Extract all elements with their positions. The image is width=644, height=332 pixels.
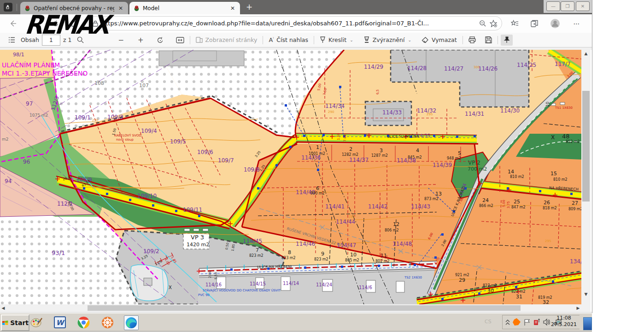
- tab-actions-button[interactable]: [4, 3, 12, 12]
- minimize-button[interactable]: —: [546, 1, 560, 11]
- start-button[interactable]: Start: [1, 314, 29, 331]
- new-tab-button[interactable]: +: [244, 3, 255, 12]
- tray-clock[interactable]: 11:08 27.5.2021: [549, 315, 579, 328]
- avast-tray-icon[interactable]: [512, 318, 521, 326]
- map-label: 114/43: [411, 203, 430, 210]
- scroll-down-arrow[interactable]: ▼: [581, 290, 591, 298]
- read-aloud-button[interactable]: A⁾ Číst nahlas: [266, 35, 311, 46]
- map-label: 1282 m2: [342, 153, 358, 157]
- address-bar[interactable]: https://www.petrovuprahy.cz/e_download.p…: [88, 16, 502, 30]
- map-label: 806 m2: [385, 228, 399, 232]
- page-view-button[interactable]: Zobrazení stránky: [193, 35, 260, 46]
- map-label: 48: [562, 133, 570, 140]
- word-app-button[interactable]: W: [53, 315, 67, 329]
- profile-button[interactable]: [550, 18, 561, 29]
- zoom-in-button[interactable]: +: [135, 35, 146, 46]
- toc-button[interactable]: [6, 35, 18, 46]
- scroll-left-arrow[interactable]: ◀: [0, 304, 6, 312]
- map-label: 819 m2: [538, 296, 552, 300]
- zoom-page-icon[interactable]: [479, 20, 486, 27]
- chevron-down-icon[interactable]: ⌄: [350, 38, 353, 42]
- tab-close-icon[interactable]: ✕: [229, 5, 236, 12]
- map-label: PVC 90: [198, 293, 210, 297]
- favorites-button[interactable]: [509, 18, 520, 29]
- draw-pen-icon: [320, 36, 326, 43]
- erase-button[interactable]: Vymazat: [419, 35, 460, 46]
- edge-app-button[interactable]: [124, 315, 139, 330]
- wheel-app-button[interactable]: [100, 315, 114, 329]
- map-label: 822 m2: [511, 290, 526, 294]
- save-button[interactable]: [482, 35, 495, 46]
- map-label: 3.75: [385, 255, 388, 262]
- profile-avatar: [550, 18, 560, 29]
- remax-watermark: REMAX: [24, 10, 110, 40]
- map-label: 3.75: [507, 201, 510, 208]
- map-label: 114/25: [517, 62, 536, 68]
- rotate-button[interactable]: [154, 35, 167, 46]
- map-label: 7.00: [343, 134, 347, 142]
- map-label: 96: [23, 159, 30, 165]
- tab-close-icon[interactable]: ✕: [117, 5, 124, 12]
- print-button[interactable]: [466, 35, 479, 46]
- language-indicator[interactable]: CS: [485, 319, 492, 325]
- map-label: 300: [474, 65, 480, 69]
- map-label: 810 m2: [553, 178, 568, 182]
- show-desktop-button[interactable]: [583, 317, 592, 330]
- fit-width-button[interactable]: [173, 35, 187, 46]
- clock-time: 11:08: [549, 315, 579, 321]
- close-button[interactable]: ✕: [576, 1, 590, 11]
- scroll-up-arrow[interactable]: ▲: [581, 50, 591, 57]
- tab-model[interactable]: Model ✕: [129, 2, 240, 14]
- horizontal-scrollbar[interactable]: ◀ ▶: [0, 304, 581, 312]
- ship-wheel-icon: [101, 316, 114, 329]
- rotate-icon: [157, 36, 164, 44]
- map-label: 1.50: [337, 133, 340, 140]
- map-label: 27: [572, 200, 578, 206]
- zoom-out-button[interactable]: −: [115, 35, 127, 46]
- hidden-icons-chevron[interactable]: [505, 320, 510, 325]
- map-label: 2.00: [208, 271, 212, 278]
- scroll-right-arrow[interactable]: ▶: [575, 304, 581, 312]
- map-label: 1420 m2: [187, 242, 209, 248]
- vertical-scroll-thumb[interactable]: [582, 91, 590, 202]
- map-label: 948 m2: [447, 156, 461, 160]
- highlighter-icon: [363, 36, 370, 43]
- map-label: m2: [2, 137, 9, 142]
- collections-button[interactable]: [529, 18, 540, 29]
- zoning-map-document[interactable]: 98/1971075 m2m29694112/3112/193/1109/110…: [0, 50, 581, 304]
- map-label: 7: [256, 247, 259, 253]
- map-label: 823 m2: [281, 256, 296, 260]
- map-label: 818 m2: [543, 206, 557, 210]
- site-favicon: [133, 5, 140, 12]
- chrome-app-button[interactable]: [76, 315, 90, 329]
- restore-button[interactable]: ❐: [561, 1, 574, 11]
- map-label: 5.50: [214, 272, 218, 279]
- map-label: 809 m2: [568, 207, 581, 211]
- pin-icon: [503, 36, 510, 43]
- update-tray-icon[interactable]: [533, 318, 541, 326]
- pin-toolbar-button[interactable]: [501, 35, 513, 46]
- map-label: 114/16: [205, 282, 222, 287]
- more-menu-button[interactable]: ⋯: [571, 18, 582, 29]
- map-label: 990 m2: [310, 191, 325, 196]
- vertical-scrollbar[interactable]: ▲ ▼: [581, 50, 591, 304]
- map-label: VP 3: [191, 234, 204, 241]
- action-center-flag-icon[interactable]: [523, 319, 531, 326]
- url-text[interactable]: https://www.petrovuprahy.cz/e_download.p…: [102, 20, 475, 27]
- chevron-down-icon[interactable]: ⌄: [408, 38, 411, 42]
- draw-button[interactable]: Kreslit ⌄: [317, 35, 356, 46]
- save-icon: [485, 36, 492, 43]
- add-favorite-icon[interactable]: [490, 20, 497, 27]
- map-label: 10: [350, 252, 357, 258]
- horizontal-scroll-thumb[interactable]: [88, 305, 521, 311]
- word-icon: W: [54, 316, 66, 328]
- map-label: 109/1: [75, 114, 91, 121]
- back-button[interactable]: [7, 18, 18, 29]
- map-label: 108: [94, 80, 104, 86]
- highlight-button[interactable]: Zvýraznění ⌄: [361, 35, 414, 46]
- fit-width-icon: [176, 37, 184, 43]
- chrome-icon: [77, 316, 90, 329]
- map-label: 700 m2: [468, 166, 487, 172]
- paint-app-button[interactable]: [29, 315, 43, 329]
- clock-date: 27.5.2021: [549, 321, 579, 328]
